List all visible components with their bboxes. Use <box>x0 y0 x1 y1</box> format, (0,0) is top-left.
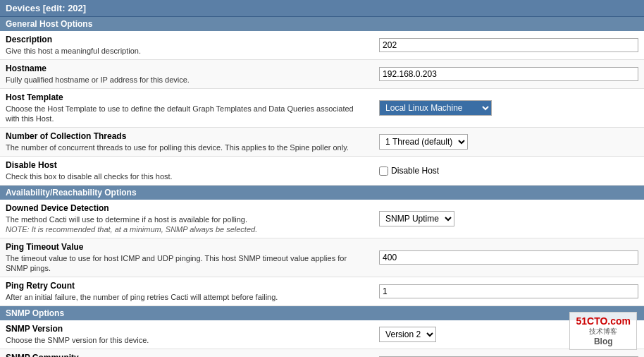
host-template-input-cell: Local Linux Machine Local Machine Generi… <box>373 89 644 128</box>
snmp-version-label-cell: SNMP Version Choose the SNMP version for… <box>0 320 373 349</box>
downed-device-input-cell: SNMP Uptime ICMP Ping None <box>373 200 644 238</box>
snmp-community-input-cell: public <box>373 349 644 358</box>
table-row: SNMP Version Choose the SNMP version for… <box>0 320 644 349</box>
general-form-table: Description Give this host a meaningful … <box>0 31 644 186</box>
disable-host-input-cell: Disable Host <box>373 157 644 186</box>
collection-threads-label: Number of Collection Threads <box>6 131 368 141</box>
watermark-blog: Blog <box>576 337 631 346</box>
hostname-input-cell: 192.168.0.203 <box>373 60 644 89</box>
description-input-cell: 202 <box>373 31 644 60</box>
availability-form-table: Downed Device Detection The method Cacti… <box>0 200 644 306</box>
disable-host-checkbox[interactable] <box>379 167 388 176</box>
watermark-site: 51CTO.com <box>576 315 631 327</box>
table-row: Hostname Fully qualified hostname or IP … <box>0 60 644 89</box>
downed-device-desc2: NOTE: It is recommended that, at a minim… <box>6 225 257 234</box>
disable-host-checkbox-label[interactable]: Disable Host <box>379 166 638 176</box>
disable-host-desc: Check this box to disable all checks for… <box>6 172 173 181</box>
host-template-label: Host Template <box>6 92 368 102</box>
ping-retry-label-cell: Ping Retry Count After an initial failur… <box>0 277 373 306</box>
snmp-community-label-cell: SNMP Community SNMP read community for t… <box>0 349 373 358</box>
ping-timeout-label: Ping Timeout Value <box>6 242 368 252</box>
hostname-label-cell: Hostname Fully qualified hostname or IP … <box>0 60 373 89</box>
watermark: 51CTO.com 技术博客 Blog <box>569 312 637 350</box>
page-wrapper: Devices [edit: 202] General Host Options… <box>0 0 644 357</box>
hostname-label: Hostname <box>6 63 368 73</box>
downed-device-label-cell: Downed Device Detection The method Cacti… <box>0 200 373 238</box>
ping-retry-input[interactable]: 1 <box>379 284 638 298</box>
ping-retry-label: Ping Retry Count <box>6 281 368 291</box>
section-availability-header: Availability/Reachability Options <box>0 186 644 200</box>
collection-threads-input-cell: 1 Thread (default) 2 Threads 4 Threads 8… <box>373 128 644 157</box>
host-template-select[interactable]: Local Linux Machine Local Machine Generi… <box>379 100 492 116</box>
downed-device-desc: The method Cacti will use to determine i… <box>6 215 247 224</box>
description-label-cell: Description Give this host a meaningful … <box>0 31 373 60</box>
collection-threads-desc: The number of concurrent threads to use … <box>6 143 349 152</box>
collection-threads-select[interactable]: 1 Thread (default) 2 Threads 4 Threads 8… <box>379 134 468 150</box>
snmp-community-label: SNMP Community <box>6 353 368 357</box>
watermark-tagline: 技术博客 <box>576 327 631 337</box>
hostname-input[interactable]: 192.168.0.203 <box>379 67 638 81</box>
table-row: Ping Timeout Value The timeout value to … <box>0 238 644 277</box>
table-row: Description Give this host a meaningful … <box>0 31 644 60</box>
disable-host-label: Disable Host <box>6 160 368 170</box>
snmp-version-label: SNMP Version <box>6 324 368 334</box>
description-desc: Give this host a meaningful description. <box>6 47 141 55</box>
ping-timeout-input[interactable]: 400 <box>379 250 638 265</box>
host-template-desc: Choose the Host Template to use to defin… <box>6 104 354 123</box>
hostname-desc: Fully qualified hostname or IP address f… <box>6 75 190 84</box>
table-row: SNMP Community SNMP read community for t… <box>0 349 644 358</box>
table-row: Downed Device Detection The method Cacti… <box>0 200 644 238</box>
table-row: Number of Collection Threads The number … <box>0 128 644 157</box>
table-row: Ping Retry Count After an initial failur… <box>0 277 644 306</box>
downed-device-select[interactable]: SNMP Uptime ICMP Ping None <box>379 211 454 226</box>
disable-host-checkbox-text: Disable Host <box>391 166 439 176</box>
page-title: Devices [edit: 202] <box>0 0 644 17</box>
ping-timeout-label-cell: Ping Timeout Value The timeout value to … <box>0 238 373 277</box>
snmp-version-desc: Choose the SNMP version for this device. <box>6 336 149 344</box>
description-input[interactable]: 202 <box>379 38 638 52</box>
ping-timeout-input-cell: 400 <box>373 238 644 277</box>
snmp-version-select[interactable]: Version 1 Version 2 Version 3 <box>379 327 436 342</box>
section-snmp-header: SNMP Options <box>0 306 644 320</box>
table-row: Host Template Choose the Host Template t… <box>0 89 644 128</box>
ping-retry-desc: After an initial failure, the number of … <box>6 293 278 301</box>
host-template-label-cell: Host Template Choose the Host Template t… <box>0 89 373 128</box>
ping-retry-input-cell: 1 <box>373 277 644 306</box>
disable-host-label-cell: Disable Host Check this box to disable a… <box>0 157 373 186</box>
section-general-header: General Host Options <box>0 17 644 31</box>
description-label: Description <box>6 35 368 44</box>
ping-timeout-desc: The timeout value to use for host ICMP a… <box>6 254 347 272</box>
snmp-form-table: SNMP Version Choose the SNMP version for… <box>0 320 644 357</box>
collection-threads-label-cell: Number of Collection Threads The number … <box>0 128 373 157</box>
downed-device-label: Downed Device Detection <box>6 203 368 213</box>
table-row: Disable Host Check this box to disable a… <box>0 157 644 186</box>
